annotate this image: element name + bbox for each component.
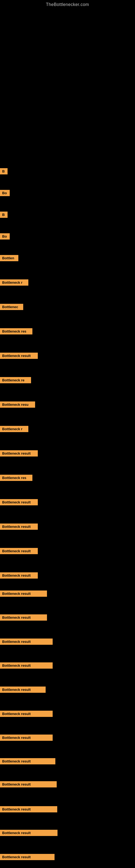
bottleneck-result-label: Bottleneck result (0, 614, 47, 621)
bottleneck-result-label: Bo (0, 233, 10, 240)
bottleneck-result-label: Bottleneck r (0, 426, 28, 432)
bottleneck-result-label: Bottleneck result (0, 830, 57, 836)
bottleneck-result-label: Bottleneck result (0, 781, 57, 787)
bottleneck-result-label: Bottleneck result (0, 572, 38, 579)
bottleneck-result-label: Bottleneck result (0, 590, 47, 597)
bottleneck-result-label: Bottlen (0, 255, 18, 261)
bottleneck-result-label: Bottleneck result (0, 450, 38, 457)
bottleneck-result-label: Bottleneck res (0, 328, 32, 335)
bottleneck-result-label: Bottleneck result (0, 758, 55, 764)
bottleneck-result-label: Bottleneck resu (0, 401, 35, 408)
bottleneck-result-label: B (0, 212, 8, 218)
bottleneck-result-label: Bottleneck result (0, 686, 46, 693)
bottleneck-result-label: Bottleneck result (0, 524, 38, 530)
bottleneck-result-label: Bottlenec (0, 304, 23, 310)
bottleneck-result-label: Bottleneck result (0, 662, 53, 669)
bottleneck-result-label: Bottleneck res (0, 475, 32, 481)
bottleneck-result-label: Bottleneck re (0, 377, 31, 383)
bottleneck-result-label: Bottleneck result (0, 499, 38, 505)
bottleneck-result-label: Bottleneck result (0, 639, 53, 645)
bottleneck-result-label: Bottleneck result (0, 711, 53, 717)
bottleneck-result-label: Bottleneck result (0, 735, 53, 741)
bottleneck-result-label: B (0, 168, 8, 175)
bottleneck-result-label: Bottleneck result (0, 806, 57, 812)
bottleneck-result-label: Bottleneck result (0, 854, 54, 860)
bottleneck-result-label: Bottleneck result (0, 548, 38, 554)
bottleneck-result-label: Bottleneck r (0, 279, 28, 286)
bottleneck-result-label: Bo (0, 190, 10, 196)
bottleneck-result-label: Bottleneck result (0, 352, 38, 359)
site-title: TheBottlenecker.com (0, 0, 135, 7)
